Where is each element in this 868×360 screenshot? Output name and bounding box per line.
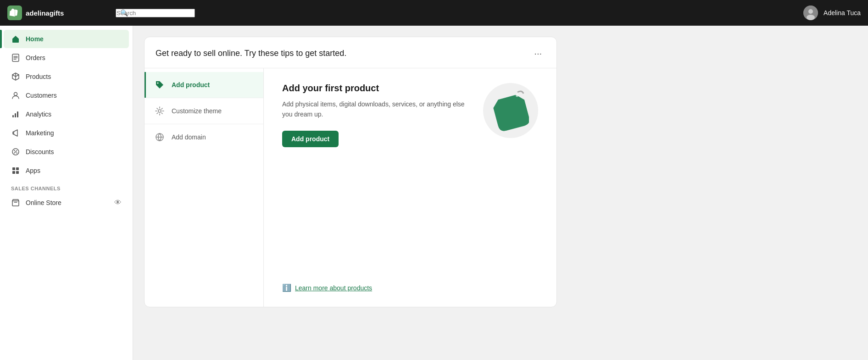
products-label: Products bbox=[26, 73, 51, 80]
sidebar-item-home[interactable]: Home bbox=[4, 30, 129, 48]
sidebar-item-marketing[interactable]: Marketing bbox=[4, 124, 129, 142]
sidebar-item-customers[interactable]: Customers bbox=[4, 86, 129, 105]
card-header: Get ready to sell online. Try these tips… bbox=[145, 37, 556, 68]
orders-icon bbox=[11, 53, 20, 62]
sidebar-item-products[interactable]: Products bbox=[4, 67, 129, 86]
svg-point-2 bbox=[808, 9, 813, 14]
brand: adelinagifts bbox=[7, 6, 108, 20]
topbar-right: Adelina Tuca bbox=[803, 6, 861, 20]
svg-point-3 bbox=[807, 15, 815, 20]
online-store-label: Online Store bbox=[26, 199, 61, 206]
svg-point-14 bbox=[157, 83, 159, 84]
step-content: Add your first product Add physical item… bbox=[264, 68, 556, 307]
step-content-desc: Add physical items, digital downloads, s… bbox=[282, 99, 472, 120]
discounts-icon bbox=[11, 147, 20, 156]
svg-rect-13 bbox=[16, 171, 19, 174]
sidebar-item-orders[interactable]: Orders bbox=[4, 49, 129, 67]
home-icon bbox=[11, 34, 20, 44]
step-add-product-label: Add product bbox=[172, 81, 210, 89]
info-icon: ℹ️ bbox=[282, 283, 291, 292]
svg-rect-8 bbox=[17, 111, 18, 117]
search-wrapper: 🔍 bbox=[116, 9, 437, 17]
tag-icon bbox=[153, 78, 166, 91]
online-store-icon bbox=[11, 198, 20, 207]
sales-channels-section-label: SALES CHANNELS bbox=[0, 180, 133, 193]
sidebar-item-analytics[interactable]: Analytics bbox=[4, 105, 129, 123]
customers-label: Customers bbox=[26, 92, 57, 99]
step-content-title: Add your first product bbox=[282, 83, 472, 94]
products-icon bbox=[11, 72, 20, 81]
main-content: Get ready to sell online. Try these tips… bbox=[133, 26, 868, 360]
sidebar: Home Orders Products bbox=[0, 26, 133, 360]
online-store-left: Online Store bbox=[11, 198, 61, 207]
sidebar-item-discounts[interactable]: Discounts bbox=[4, 143, 129, 161]
user-name: Adelina Tuca bbox=[823, 9, 861, 17]
marketing-icon bbox=[11, 128, 20, 138]
orders-label: Orders bbox=[26, 54, 45, 61]
shopify-logo-icon bbox=[7, 6, 22, 20]
domain-icon bbox=[153, 131, 166, 144]
layout: Home Orders Products bbox=[0, 26, 868, 360]
user-avatar-icon bbox=[803, 6, 818, 20]
svg-point-5 bbox=[14, 93, 17, 96]
steps-list: Add product Customize theme bbox=[145, 68, 264, 307]
step-customize-theme-label: Customize theme bbox=[172, 107, 222, 115]
analytics-icon bbox=[11, 110, 20, 119]
avatar bbox=[803, 6, 818, 20]
svg-point-15 bbox=[158, 110, 161, 112]
sidebar-item-online-store[interactable]: Online Store 👁 bbox=[4, 194, 129, 212]
discounts-label: Discounts bbox=[26, 148, 54, 155]
learn-more-link[interactable]: Learn more about products bbox=[295, 284, 372, 292]
brand-name: adelinagifts bbox=[26, 9, 64, 17]
step-customize-theme[interactable]: Customize theme bbox=[145, 98, 263, 124]
step-content-inner: Add your first product Add physical item… bbox=[282, 83, 538, 269]
eye-icon[interactable]: 👁 bbox=[114, 199, 122, 207]
marketing-label: Marketing bbox=[26, 129, 54, 137]
analytics-label: Analytics bbox=[26, 111, 51, 118]
step-add-domain-label: Add domain bbox=[172, 133, 206, 141]
svg-rect-11 bbox=[16, 167, 19, 170]
step-content-text: Add your first product Add physical item… bbox=[282, 83, 472, 147]
svg-rect-12 bbox=[12, 171, 15, 174]
svg-rect-10 bbox=[12, 167, 15, 170]
search-icon: 🔍 bbox=[120, 9, 128, 17]
sidebar-item-apps[interactable]: Apps bbox=[4, 161, 129, 180]
svg-rect-6 bbox=[12, 115, 14, 117]
theme-icon bbox=[153, 105, 166, 117]
product-tag-illustration bbox=[492, 90, 529, 131]
topbar: adelinagifts 🔍 Adelina Tuca bbox=[0, 0, 868, 26]
home-label: Home bbox=[26, 35, 44, 43]
getting-started-card: Get ready to sell online. Try these tips… bbox=[144, 37, 557, 307]
more-options-button[interactable]: ··· bbox=[530, 46, 545, 61]
step-add-product[interactable]: Add product bbox=[145, 72, 263, 98]
apps-icon bbox=[11, 166, 20, 175]
steps-layout: Add product Customize theme bbox=[145, 68, 556, 307]
customers-icon bbox=[11, 91, 20, 100]
apps-label: Apps bbox=[26, 167, 40, 174]
svg-rect-7 bbox=[15, 113, 16, 117]
product-illustration bbox=[483, 83, 538, 138]
step-add-domain[interactable]: Add domain bbox=[145, 124, 263, 150]
learn-more-row: ℹ️ Learn more about products bbox=[282, 269, 538, 292]
card-header-title: Get ready to sell online. Try these tips… bbox=[156, 49, 346, 58]
add-product-button[interactable]: Add product bbox=[282, 131, 339, 147]
